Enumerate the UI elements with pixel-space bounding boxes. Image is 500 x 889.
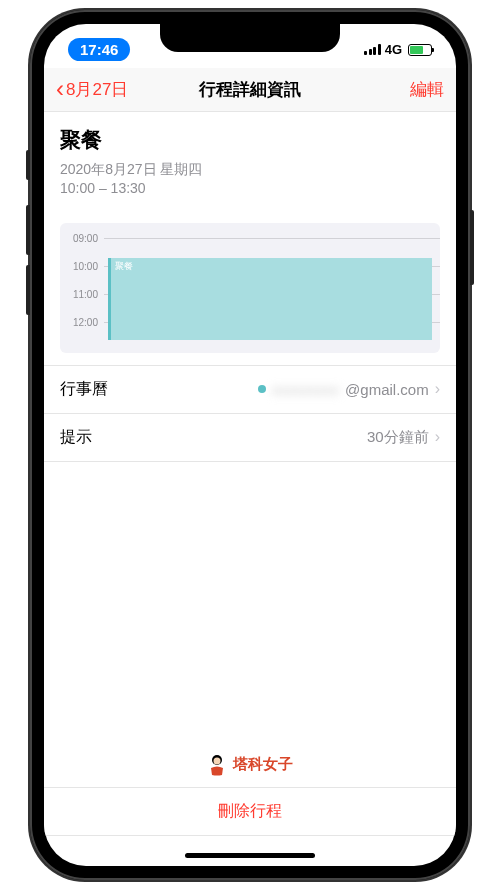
network-type: 4G bbox=[385, 42, 402, 57]
battery-icon bbox=[408, 44, 432, 56]
calendar-email-hidden: xxxxxxxxx bbox=[272, 381, 340, 398]
timeline-hour-label: 10:00 bbox=[60, 259, 104, 272]
page-title: 行程詳細資訊 bbox=[199, 78, 301, 101]
alert-row-value: 30分鐘前 › bbox=[367, 428, 440, 447]
watermark: 塔科女子 bbox=[207, 754, 293, 776]
phone-volume-up bbox=[26, 205, 30, 255]
phone-power-button bbox=[470, 210, 474, 285]
event-title: 聚餐 bbox=[60, 126, 440, 154]
phone-screen: 17:46 4G ‹ 8月27日 行程詳細資訊 編輯 聚餐 202 bbox=[44, 24, 456, 866]
event-date: 2020年8月27日 星期四 bbox=[60, 160, 440, 180]
chevron-right-icon: › bbox=[435, 428, 440, 446]
battery-fill bbox=[410, 46, 423, 54]
detail-rows: 行事曆 xxxxxxxxx @gmail.com › 提示 30分鐘前 › bbox=[44, 365, 456, 462]
chevron-right-icon: › bbox=[435, 380, 440, 398]
timeline-hour-label: 12:00 bbox=[60, 315, 104, 328]
phone-notch bbox=[160, 24, 340, 52]
calendar-email-suffix: @gmail.com bbox=[345, 381, 429, 398]
timeline-hour-label: 09:00 bbox=[60, 231, 104, 244]
phone-mute-switch bbox=[26, 150, 30, 180]
back-button[interactable]: ‹ 8月27日 bbox=[56, 77, 136, 101]
chevron-left-icon: ‹ bbox=[56, 77, 64, 101]
content-area: 聚餐 2020年8月27日 星期四 10:00 – 13:30 09:00 10… bbox=[44, 112, 456, 462]
timeline-gridline bbox=[104, 238, 440, 239]
event-time: 10:00 – 13:30 bbox=[60, 179, 440, 199]
delete-section: 刪除行程 bbox=[44, 787, 456, 836]
back-label: 8月27日 bbox=[66, 78, 128, 101]
watermark-character-icon bbox=[207, 754, 227, 776]
svg-point-1 bbox=[214, 757, 221, 764]
calendar-row-value: xxxxxxxxx @gmail.com › bbox=[258, 380, 440, 398]
status-indicators: 4G bbox=[364, 42, 432, 57]
alert-row[interactable]: 提示 30分鐘前 › bbox=[44, 414, 456, 462]
timeline-event-block[interactable]: 聚餐 bbox=[108, 258, 432, 340]
event-header: 聚餐 2020年8月27日 星期四 10:00 – 13:30 bbox=[44, 112, 456, 211]
calendar-row[interactable]: 行事曆 xxxxxxxxx @gmail.com › bbox=[44, 365, 456, 414]
timeline-preview[interactable]: 09:00 10:00 11:00 12:00 聚餐 bbox=[60, 223, 440, 353]
navigation-bar: ‹ 8月27日 行程詳細資訊 編輯 bbox=[44, 68, 456, 112]
edit-button[interactable]: 編輯 bbox=[364, 78, 444, 101]
home-indicator[interactable] bbox=[185, 853, 315, 858]
calendar-color-dot-icon bbox=[258, 385, 266, 393]
status-time-pill[interactable]: 17:46 bbox=[68, 38, 130, 61]
watermark-text: 塔科女子 bbox=[233, 755, 293, 774]
calendar-row-label: 行事曆 bbox=[60, 379, 108, 400]
cellular-signal-icon bbox=[364, 44, 381, 55]
timeline-hour-label: 11:00 bbox=[60, 287, 104, 300]
phone-volume-down bbox=[26, 265, 30, 315]
phone-frame: 17:46 4G ‹ 8月27日 行程詳細資訊 編輯 聚餐 202 bbox=[30, 10, 470, 880]
delete-event-button[interactable]: 刪除行程 bbox=[44, 788, 456, 835]
alert-row-label: 提示 bbox=[60, 427, 92, 448]
alert-value-text: 30分鐘前 bbox=[367, 428, 429, 447]
